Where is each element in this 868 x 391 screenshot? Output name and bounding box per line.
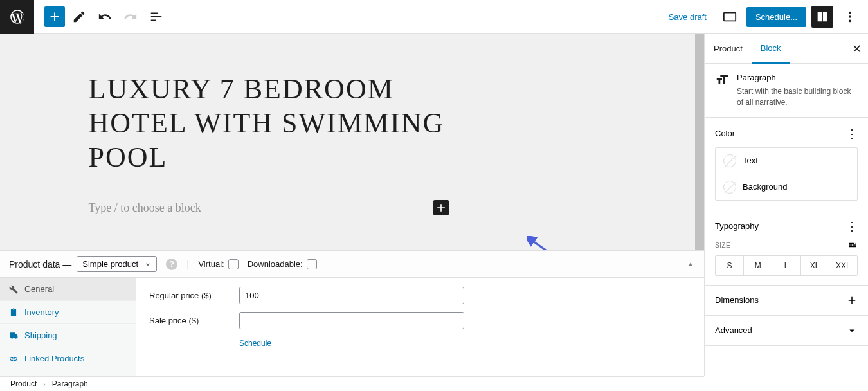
size-btn-m[interactable]: M — [743, 256, 772, 275]
redo-button[interactable] — [119, 5, 142, 28]
product-data-label: Product data — — [9, 259, 71, 269]
clipboard-icon — [9, 308, 18, 317]
color-panel-menu-icon[interactable]: ⋮ — [846, 127, 858, 141]
block-type-title: Paragraph — [737, 73, 858, 82]
settings-toggle-button[interactable] — [811, 6, 833, 28]
dimensions-panel[interactable]: Dimensions — [705, 286, 868, 316]
product-data-metabox: Product data — Simple product ? | Virtua… — [0, 250, 704, 376]
save-draft-link[interactable]: Save draft — [662, 12, 713, 22]
block-type-description: Start with the basic building block of a… — [737, 86, 858, 108]
post-title[interactable]: LUXURY 7 BEDROOM HOTEL WITH SWIMMING POO… — [89, 73, 449, 174]
wrench-icon — [9, 285, 18, 294]
sale-price-label: Sale price ($) — [149, 316, 239, 325]
top-toolbar: Save draft Schedule... — [0, 0, 868, 34]
inline-add-button[interactable] — [433, 200, 449, 215]
document-overview-button[interactable] — [145, 5, 168, 28]
tools-button[interactable] — [68, 5, 91, 28]
svg-point-0 — [849, 12, 851, 14]
size-btn-l[interactable]: L — [772, 256, 800, 275]
sidebar-tab-product[interactable]: Product — [705, 34, 752, 64]
downloadable-checkbox[interactable] — [307, 259, 317, 269]
wordpress-logo[interactable] — [0, 0, 34, 34]
text-color-swatch — [723, 154, 736, 167]
block-placeholder[interactable]: Type / to choose a block — [89, 201, 201, 215]
text-color-option[interactable]: Text — [716, 148, 857, 174]
virtual-label: Virtual: — [198, 259, 224, 269]
chevron-down-icon — [846, 325, 858, 336]
size-btn-xxl[interactable]: XXL — [829, 256, 857, 275]
truck-icon — [9, 331, 18, 340]
link-icon — [9, 354, 18, 363]
paragraph-icon — [715, 73, 729, 108]
svg-point-1 — [849, 15, 851, 18]
add-block-button[interactable] — [44, 6, 65, 27]
pd-tab-general[interactable]: General — [0, 278, 136, 301]
sidebar-tab-block[interactable]: Block — [752, 34, 790, 64]
block-breadcrumb: Product › Paragraph — [0, 376, 704, 391]
downloadable-label: Downloadable: — [248, 259, 303, 269]
svg-point-2 — [849, 20, 851, 23]
background-color-option[interactable]: Background — [716, 174, 857, 200]
regular-price-label: Regular price ($) — [149, 291, 239, 300]
color-panel-title: Color — [715, 129, 735, 138]
metabox-collapse-toggle[interactable]: ▲ — [687, 260, 694, 268]
breadcrumb-current[interactable]: Paragraph — [52, 379, 88, 388]
settings-sidebar: Product Block ✕ Paragraph Start with the… — [704, 34, 868, 376]
plus-icon — [846, 295, 858, 306]
editor-canvas: LUXURY 7 BEDROOM HOTEL WITH SWIMMING POO… — [0, 34, 704, 376]
size-label: SIZE — [715, 242, 730, 249]
advanced-panel[interactable]: Advanced — [705, 316, 868, 346]
undo-button[interactable] — [93, 5, 116, 28]
typography-panel-title: Typography — [715, 221, 759, 231]
options-button[interactable] — [838, 5, 862, 28]
size-btn-s[interactable]: S — [716, 256, 743, 275]
background-color-swatch — [723, 181, 736, 194]
size-settings-icon[interactable] — [847, 240, 858, 251]
pd-tab-shipping[interactable]: Shipping — [0, 324, 136, 347]
chevron-right-icon: › — [43, 381, 45, 388]
typography-panel-menu-icon[interactable]: ⋮ — [846, 219, 858, 233]
product-data-tabs: General Inventory Shipping Linked Produc… — [0, 278, 136, 376]
regular-price-input[interactable] — [239, 287, 464, 304]
virtual-checkbox[interactable] — [228, 259, 239, 269]
schedule-button[interactable]: Schedule... — [746, 7, 806, 27]
product-type-select[interactable]: Simple product — [77, 256, 157, 272]
breadcrumb-root[interactable]: Product — [10, 379, 37, 388]
size-btn-xl[interactable]: XL — [800, 256, 829, 275]
close-icon[interactable]: ✕ — [852, 42, 862, 56]
downloadable-checkbox-group[interactable]: Downloadable: — [248, 259, 317, 269]
pd-tab-linked[interactable]: Linked Products — [0, 347, 136, 370]
font-size-buttons: S M L XL XXL — [715, 255, 858, 276]
pd-tab-attributes[interactable]: Attributes — [0, 370, 136, 376]
sale-price-input[interactable] — [239, 312, 464, 329]
virtual-checkbox-group[interactable]: Virtual: — [198, 259, 238, 269]
preview-button[interactable] — [718, 5, 741, 28]
help-icon[interactable]: ? — [166, 259, 177, 270]
schedule-sale-link[interactable]: Schedule — [239, 339, 271, 348]
pd-tab-inventory[interactable]: Inventory — [0, 301, 136, 324]
